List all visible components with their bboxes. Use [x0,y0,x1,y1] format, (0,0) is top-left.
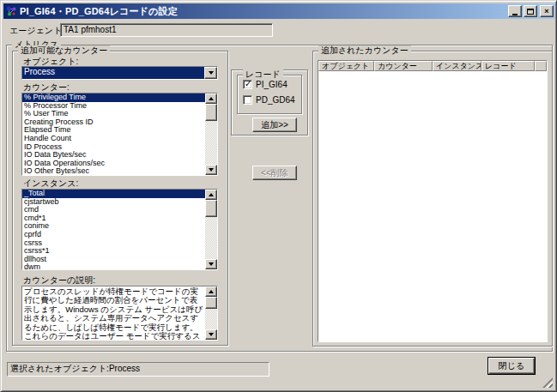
add-button[interactable]: 追加>> [252,118,297,132]
instance-list-item[interactable]: csrss [22,239,205,248]
record-checkbox-row[interactable]: PD_GD64 [243,94,301,105]
status-bar: 選択されたオブジェクト:Process [7,362,269,377]
agent-name-value: TA1 pfmhost1 [61,24,272,35]
record-group: レコード PI_GI64 PD_GD64 [237,75,302,114]
instance-list-item[interactable]: cmd*1 [22,214,205,223]
scroll-up-button[interactable] [205,93,217,104]
window-title: PI_GI64・PD_GD64レコードの設定 [20,5,508,18]
scroll-thumb[interactable] [205,200,217,217]
maximize-button[interactable] [524,5,537,17]
column-header[interactable]: インスタンス [433,61,481,71]
instance-list-item[interactable]: cprfd [22,231,205,239]
close-button[interactable]: 閉じる [488,358,535,374]
minimize-icon [512,14,518,15]
instance-list-item[interactable]: dwm [22,263,205,269]
instance-list-item[interactable]: conime [22,222,205,231]
added-counters-table-body[interactable] [318,71,547,341]
record-checkbox-label: PI_GI64 [256,80,288,89]
instance-listbox[interactable]: _Totalcjstartwebcmdcmd*1conimecprfdcsrss… [21,189,218,270]
counter-description-box[interactable]: プロセスのスレッドが特権モードでコードの実行に費やした経過時間の割合をパーセント… [21,286,218,341]
chevron-down-icon [209,71,214,75]
added-counters-table[interactable]: オブジェクトカウンターインスタンスレコード [318,60,548,342]
instance-list-item[interactable]: cmd [22,206,205,214]
arrow-down-icon [209,168,214,172]
column-header[interactable]: カウンター [374,61,433,71]
counter-list-item[interactable]: IO Other Bytes/sec [22,167,205,175]
instance-scrollbar[interactable] [205,190,217,269]
arrow-down-icon [209,262,214,266]
scroll-up-button[interactable] [205,190,217,200]
remove-button[interactable]: <<削除 [252,166,297,180]
scroll-down-button[interactable] [205,329,217,340]
checkbox-icon[interactable] [243,95,252,105]
added-counters-label: 追加されたカウンター [318,45,411,56]
instance-list-item[interactable]: dllhost [22,256,205,264]
counter-scrollbar[interactable] [205,93,217,175]
maximize-icon [527,9,534,15]
minimize-button[interactable] [508,5,522,17]
instance-list-item[interactable]: csrss*1 [22,247,205,256]
counter-label: カウンター: [23,81,70,93]
available-counters-label: 追加可能なカウンター [18,45,110,56]
record-checkbox-label: PD_GD64 [256,95,295,105]
arrow-up-icon [209,193,214,196]
scroll-track[interactable] [205,217,217,259]
arrow-down-icon [209,333,214,336]
counter-listbox[interactable]: % Privileged Time% Processor Time% User … [21,93,218,176]
counter-description-text: プロセスのスレッドが特権モードでコードの実行に費やした経過時間の割合をパーセント… [22,286,205,340]
close-window-button[interactable]: × [540,5,554,17]
agent-name-field[interactable]: TA1 pfmhost1 [60,23,273,37]
resize-grip-icon[interactable] [542,377,553,388]
instance-label: インスタンス: [23,178,78,190]
arrow-up-icon [209,97,214,100]
column-header[interactable]: オブジェクト [318,61,374,71]
titlebar[interactable]: PI_GI64・PD_GD64レコードの設定 × [3,3,555,19]
combobox-dropdown-button[interactable] [204,67,217,79]
counter-description-label: カウンターの説明: [23,274,95,286]
checkbox-icon[interactable] [243,80,252,89]
description-scrollbar[interactable] [205,286,217,340]
scroll-down-button[interactable] [205,165,217,175]
scroll-thumb[interactable] [205,104,217,121]
instance-list-item[interactable]: cjstartweb [22,198,205,207]
scroll-up-button[interactable] [205,286,217,297]
arrow-up-icon [209,290,214,293]
scroll-track[interactable] [205,121,217,165]
record-checkbox-row[interactable]: PI_GI64 [243,79,301,89]
column-header[interactable]: レコード [481,61,535,71]
object-combobox[interactable]: Process [21,66,218,80]
app-icon [5,5,17,17]
dialog-window: PI_GI64・PD_GD64レコードの設定 × エージェント名: TA1 pf… [0,0,557,392]
scroll-thumb[interactable] [205,297,217,309]
object-combobox-value: Process [22,67,204,79]
column-header[interactable] [535,61,547,71]
scroll-down-button[interactable] [205,259,217,269]
scroll-track[interactable] [205,309,217,329]
